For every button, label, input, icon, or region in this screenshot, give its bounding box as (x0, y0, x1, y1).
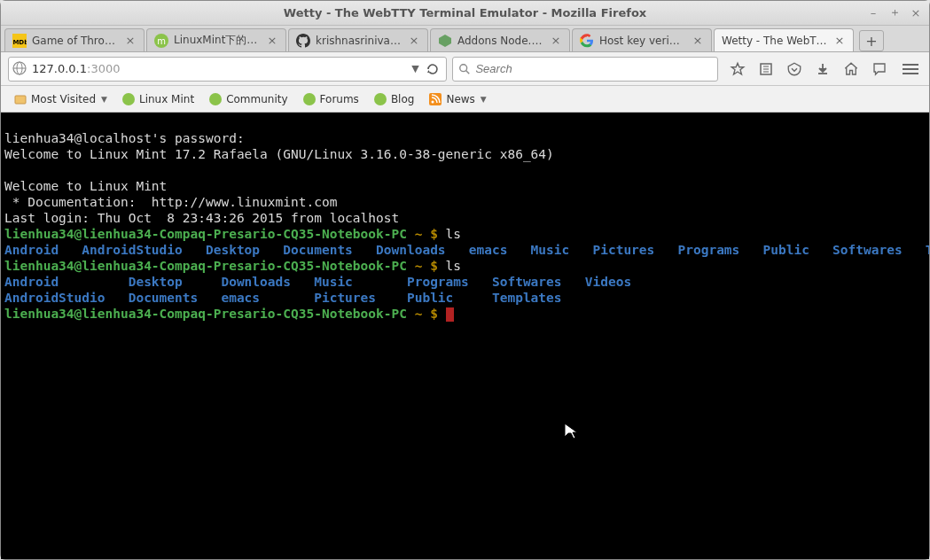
google-icon (580, 34, 594, 48)
search-bar[interactable] (452, 57, 718, 82)
close-icon[interactable]: × (266, 35, 278, 47)
maximize-button[interactable]: ＋ (887, 4, 903, 20)
home-button[interactable] (842, 60, 860, 78)
bookmark-label: Blog (391, 93, 415, 105)
reload-button[interactable] (423, 59, 442, 79)
reader-view-button[interactable] (757, 60, 775, 78)
mouse-cursor-icon (564, 423, 578, 442)
bookmark-label: Linux Mint (139, 93, 194, 105)
navbar: 127.0.0.1:3000 ▼ (1, 52, 929, 86)
github-icon (296, 34, 310, 48)
bookmark-bar: Most Visited ▼ Linux Mint Community Foru… (1, 86, 929, 113)
linuxmint-icon (373, 92, 387, 106)
linuxmint-icon (121, 92, 136, 106)
terminal-prompt-line: lienhua34@lienhua34-Compaq-Presario-CQ35… (4, 259, 461, 273)
url-bar[interactable]: 127.0.0.1:3000 ▼ (8, 57, 447, 82)
globe-icon (12, 61, 28, 77)
terminal-ls-output: Android AndroidStudio Desktop Documents … (4, 243, 929, 257)
close-icon[interactable]: × (124, 35, 137, 47)
url-text: 127.0.0.1:3000 (32, 62, 407, 75)
terminal-ls-output: AndroidStudio Documents emacs Pictures P… (4, 291, 562, 305)
new-tab-button[interactable]: + (859, 30, 884, 51)
tab-label: krishnasrinivas/... (316, 35, 402, 47)
folder-icon (13, 92, 27, 106)
tab-linuxmint-blog[interactable]: m LinuxMint下的Or... × (146, 28, 286, 51)
terminal-line: Last login: Thu Oct 8 23:43:26 2015 from… (4, 211, 399, 225)
terminal-prompt-line: lienhua34@lienhua34-Compaq-Presario-CQ35… (4, 307, 454, 321)
bookmark-community[interactable]: Community (203, 89, 293, 109)
bookmark-news[interactable]: News ▼ (423, 89, 491, 109)
bookmark-label: News (446, 93, 474, 105)
bookmark-label: Forums (320, 93, 359, 105)
search-icon (458, 63, 471, 75)
menu-button[interactable] (899, 58, 922, 80)
url-dropdown-button[interactable]: ▼ (407, 63, 423, 74)
close-icon[interactable]: × (692, 35, 704, 47)
svg-point-18 (209, 93, 222, 105)
svg-point-22 (432, 100, 434, 103)
terminal-cursor (446, 307, 454, 322)
tab-label: Host key verifica... (599, 35, 686, 47)
svg-text:IMDb: IMDb (12, 39, 27, 46)
minimize-button[interactable]: – (865, 4, 881, 20)
terminal-line: lienhua34@localhost's password: (4, 131, 245, 145)
svg-marker-8 (427, 70, 430, 73)
toolbar-icons (723, 60, 894, 78)
search-input[interactable] (475, 62, 712, 75)
terminal-line: Welcome to Linux Mint 17.2 Rafaela (GNU/… (4, 147, 554, 161)
tab-label: LinuxMint下的Or... (174, 33, 261, 48)
terminal-viewport[interactable]: lienhua34@localhost's password: Welcome … (1, 113, 929, 559)
svg-point-9 (460, 64, 467, 71)
tab-wetty[interactable]: Wetty - The WebTTY ... × (714, 28, 854, 51)
linuxmint-icon (208, 92, 223, 106)
svg-point-20 (374, 93, 387, 105)
firefox-window: Wetty - The WebTTY Terminal Emulator - M… (0, 0, 930, 560)
svg-point-19 (303, 93, 316, 105)
chevron-down-icon: ▼ (101, 95, 107, 104)
terminal-prompt-line: lienhua34@lienhua34-Compaq-Presario-CQ35… (4, 227, 461, 241)
svg-marker-4 (439, 35, 451, 47)
svg-point-17 (122, 93, 135, 105)
chat-addon-button[interactable] (871, 60, 888, 78)
titlebar: Wetty - The WebTTY Terminal Emulator - M… (1, 1, 929, 26)
close-window-button[interactable]: × (908, 4, 924, 20)
window-controls: – ＋ × (865, 4, 924, 20)
pocket-button[interactable] (785, 60, 803, 78)
tabstrip: IMDb Game of Throne... × m LinuxMint下的Or… (1, 26, 929, 52)
close-icon[interactable]: × (408, 35, 420, 47)
rss-icon (428, 92, 442, 106)
terminal-line: * Documentation: http://www.linuxmint.co… (4, 195, 337, 209)
tab-label: Wetty - The WebTTY ... (722, 35, 828, 47)
tab-label: Game of Throne... (32, 35, 119, 47)
svg-text:m: m (157, 36, 166, 46)
bookmark-blog[interactable]: Blog (368, 89, 420, 109)
linuxmint-icon (302, 92, 317, 106)
terminal-line: Welcome to Linux Mint (4, 179, 167, 193)
bookmark-linux-mint[interactable]: Linux Mint (116, 89, 199, 109)
tab-imdb[interactable]: IMDb Game of Throne... × (4, 28, 145, 51)
svg-line-10 (466, 70, 470, 74)
imdb-icon: IMDb (12, 34, 27, 48)
bookmark-most-visited[interactable]: Most Visited ▼ (8, 89, 113, 109)
svg-rect-16 (15, 96, 26, 104)
bookmark-label: Most Visited (31, 93, 96, 105)
bookmark-star-button[interactable] (729, 60, 746, 78)
bookmark-label: Community (226, 93, 287, 105)
window-title: Wetty - The WebTTY Terminal Emulator - M… (1, 6, 929, 19)
close-icon[interactable]: × (550, 35, 562, 47)
close-icon[interactable]: × (833, 35, 846, 47)
terminal-ls-output: Android Desktop Downloads Music Programs… (4, 275, 631, 289)
bookmark-forums[interactable]: Forums (297, 89, 364, 109)
tab-google[interactable]: Host key verifica... × (572, 28, 712, 51)
nodejs-icon (438, 34, 452, 48)
tab-label: Addons Node.js ... (457, 35, 544, 47)
tab-github[interactable]: krishnasrinivas/... × (288, 28, 428, 51)
downloads-button[interactable] (814, 60, 832, 78)
tab-nodejs[interactable]: Addons Node.js ... × (430, 28, 570, 51)
linuxmint-icon: m (154, 34, 168, 48)
chevron-down-icon: ▼ (481, 95, 487, 104)
